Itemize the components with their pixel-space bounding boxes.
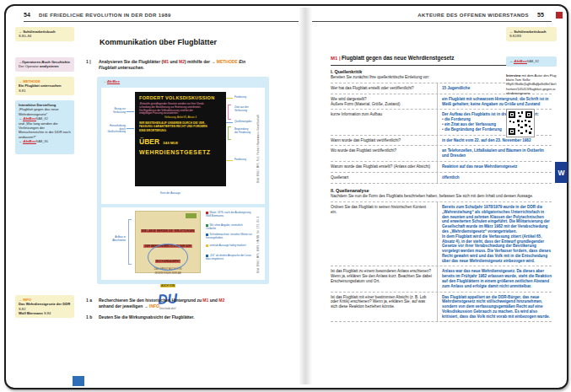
flyer1-annotation: Quellenangabe: [234, 121, 251, 124]
right-header-rule: [312, 21, 552, 22]
arrow-icon: →: [19, 79, 22, 83]
flyer1-annotation: Forderung: [234, 96, 246, 99]
question-cell: Wo wurde das Flugblatt veröffentlicht?: [331, 146, 437, 161]
arrow-icon: →: [19, 116, 22, 121]
flyer2-annotation: Schreibmaschine; einzelne Wörter rot her…: [206, 234, 253, 239]
chapter-tab-w: W: [555, 162, 568, 183]
workbook-ref-title: Schülerarbeitsbuch: [23, 30, 55, 34]
abibox-ref-2: SAB_86: [36, 139, 48, 143]
right-page-number: 55: [537, 12, 544, 18]
workbook-ref-box-right: → Schülerarbeitsbuch S.82/83: [506, 27, 557, 41]
task1-text: Analysieren Sie die Flugblätter (M1 und …: [99, 59, 263, 72]
archive-stamp: [186, 213, 197, 218]
flyer1-big-bottom: WEHRDIENSTGESETZ: [139, 149, 222, 155]
info-box: → INFO Das Wehrdienstgesetz der DDR S.82…: [15, 295, 74, 318]
info-page1: S.82: [19, 307, 25, 311]
methode-label: METHODE: [23, 79, 40, 83]
m1-title: Flugblatt gegen das neue Wehrdienstgeset…: [342, 55, 454, 61]
connector-line: [127, 111, 134, 112]
flyer2-bracket: [128, 219, 132, 265]
arrow-icon: →: [19, 30, 22, 34]
abibox-ref: SAB_82: [527, 59, 539, 63]
section2-intro: Nachdem Sie nun die Form des Flugblatts …: [331, 194, 552, 199]
arrow-icon: →: [19, 298, 22, 302]
flyer2-credit: Bild: BStU, MfS, BVfS, HA XX, Nr. 191, B…: [256, 212, 260, 273]
abibox-logo: AbiBox: [23, 139, 35, 144]
flyer1-big-line: ÜBER DAS NEUE: [139, 132, 222, 148]
ref-m2: M2: [218, 298, 224, 303]
page-gutter: [299, 8, 312, 384]
left-page-number: 54: [24, 12, 30, 18]
question-cell: Wer hat das Flugblatt erstellt oder verö…: [331, 83, 437, 94]
qr-code: [506, 109, 535, 137]
task1b-text: Deuten Sie die Wirkungsabsicht der Flugb…: [99, 314, 267, 320]
arrow-icon: →: [19, 139, 22, 143]
media-box-logo: → AbiBox: [102, 79, 120, 83]
question-cell: Wie wird dargestellt? Äußere Form (Mater…: [331, 94, 437, 110]
flyer2-annotation: zentrale Aussage farbig markiert: [206, 244, 253, 248]
right-running-head: AKTEURE DES OFFENEN WIDERSTANDS: [326, 13, 529, 18]
connector-line: [226, 160, 233, 161]
task1b-number: 1 b: [86, 314, 92, 320]
flyer1-annotation-bottom: Kern der Aussage: [160, 192, 180, 196]
info-label: INFO: [23, 298, 31, 302]
flyer-media-box: → AbiBox FORDERT VOLKSDISKUSSION „Entwür…: [97, 77, 269, 284]
abibox-ref-1: SAB_82: [36, 116, 48, 121]
question-cell: Wann wurde das Flugblatt veröffentlicht?: [331, 136, 437, 146]
flyer1-annotation: Begründung der Forderung: [234, 128, 250, 134]
interactive-item1: „Flugblatt gegen das neue Wehrdienstgese…: [19, 107, 59, 115]
flyer2-annotation-text: „DU“ als direkte Ansprache der Leser, bl…: [206, 254, 252, 260]
task1a-number: 1 a: [86, 298, 92, 303]
info-line1: Das Wehrdienstgesetz der DDR: [19, 302, 70, 306]
answer-cell: Reaktion auf das neue Wehrdienstgesetz: [437, 162, 552, 172]
question-cell: Ist das Flugblatt zu einem besonderen An…: [331, 266, 437, 291]
task1a-part1: Recherchieren Sie den historischen Hinte…: [99, 298, 202, 303]
info-page2: S.84: [44, 311, 51, 315]
connector-line: [127, 128, 134, 129]
flyer2-mid-line: JEDEM EINZELNEN AB: [138, 271, 197, 275]
answer-cell: Bereits zum Schuljahr 1978/1979 wurde in…: [437, 202, 552, 266]
operator-text: Der Operator: [19, 64, 40, 68]
info-line2: Wolf Biermann: [19, 311, 43, 315]
interactive-box: Interaktive Darstellung „Flugblatt gegen…: [15, 100, 74, 154]
task1a-text: Recherchieren Sie den historischen Hinte…: [99, 298, 267, 310]
flyer2-annotation-text: Wann: 1976, nach der Ausbürgerung Wolf B…: [206, 211, 250, 217]
table-row: Quellenartöffentlich: [331, 173, 552, 183]
table-row: Ist das Flugblatt mit einer bestimmten A…: [331, 293, 552, 322]
flyer1-annotation: Forderung: [234, 158, 246, 162]
ref-m2: M2: [179, 59, 185, 64]
flyer1-annotation: Zitat aus der Verfassung: [234, 106, 249, 112]
task1a-part2: und: [208, 298, 218, 303]
table-row: Ordnen Sie das Flugblatt in seinen histo…: [331, 202, 552, 266]
flyer2-highlight-line: AUCH VON: [160, 284, 175, 287]
methode-page: S.81: [19, 89, 25, 93]
interview-url-link[interactable]: https://www.jugendopposition.de/themen/1…: [506, 82, 557, 94]
workbook-ref-box: → Schülerarbeitsbuch S.80–84: [15, 27, 74, 41]
flyer1-panel: FORDERT VOLKSDISKUSSION „Entwürfe grundl…: [101, 88, 265, 204]
du-circle-mark: [148, 244, 188, 271]
flyer1-headline: FORDERT VOLKSDISKUSSION: [139, 95, 222, 100]
answer-cell: an Telefonzellen, Litfaßsäulen und Bäume…: [437, 146, 552, 161]
task1-part2: und: [169, 59, 179, 64]
flyer2-line: WIE LANGE WERDEN DIE VERLETZUNGEN: [141, 229, 195, 233]
flyer2-annotation: Wann: 1976, nach der Ausbürgerung Wolf B…: [206, 212, 253, 217]
chapter-tab-bottom: [73, 376, 84, 386]
table-row: Warum wurde das Flugblatt erstellt? (Anl…: [331, 162, 552, 173]
interview-note: Interview mit dem Autor des Flugblatts T…: [506, 73, 557, 95]
info-ref: INFO.: [149, 303, 160, 309]
operator-name: analysieren: [40, 64, 59, 68]
operator-book-title: Operatoren-Buch Geschichte: [22, 60, 70, 64]
answer-cell: ein Flugblatt mit schwarzem Hintergrund;…: [437, 94, 552, 110]
arrow-icon: →: [102, 79, 107, 83]
flyer1-image: FORDERT VOLKSDISKUSSION „Entwürfe grundl…: [135, 92, 226, 186]
abibox-ref-box: → AbiBoxSAB_82: [506, 56, 557, 67]
connector-line: [226, 122, 233, 123]
m1-label: M1 |: [331, 56, 341, 61]
flyer1-big-small: DAS NEUE: [164, 142, 179, 145]
body-bracket: [228, 126, 231, 140]
flyer1-annotation: Hervorhebung durch Großschreibung: [103, 125, 126, 134]
flyer2-panel: WIE LANGE WERDEN DIE VERLETZUNGEN DER ME…: [101, 207, 265, 280]
arrow-icon: →: [509, 30, 513, 34]
flyer2-annotation-text: zentrale Aussage farbig markiert: [210, 244, 246, 247]
task1-number: 1 |: [86, 59, 91, 64]
